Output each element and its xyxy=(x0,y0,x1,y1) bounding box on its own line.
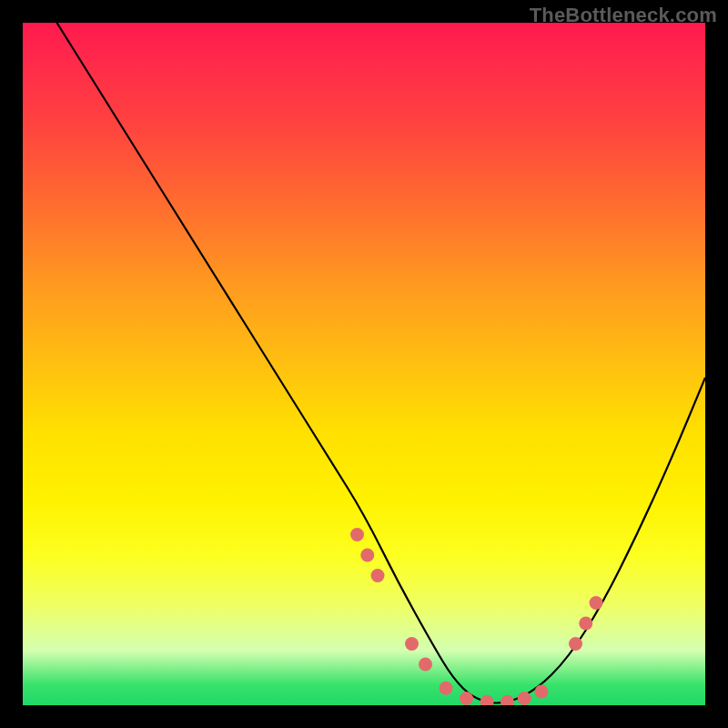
marker-dot xyxy=(590,596,603,610)
marker-group xyxy=(350,528,603,705)
marker-dot xyxy=(500,695,514,705)
marker-dot xyxy=(460,692,473,705)
chart-frame: TheBottleneck.com xyxy=(0,0,728,728)
marker-dot xyxy=(518,692,531,705)
marker-dot xyxy=(405,637,419,651)
marker-dot xyxy=(419,658,432,672)
marker-dot xyxy=(569,637,582,651)
plot-area xyxy=(23,23,705,705)
marker-dot xyxy=(579,617,592,631)
marker-dot xyxy=(360,549,374,562)
marker-dot xyxy=(350,528,364,541)
marker-dot xyxy=(535,685,549,699)
chart-svg xyxy=(23,23,705,705)
marker-dot xyxy=(440,682,453,695)
bottleneck-curve-path xyxy=(57,23,706,703)
marker-dot xyxy=(371,569,385,582)
marker-dot xyxy=(480,695,494,705)
watermark-text: TheBottleneck.com xyxy=(530,4,717,27)
